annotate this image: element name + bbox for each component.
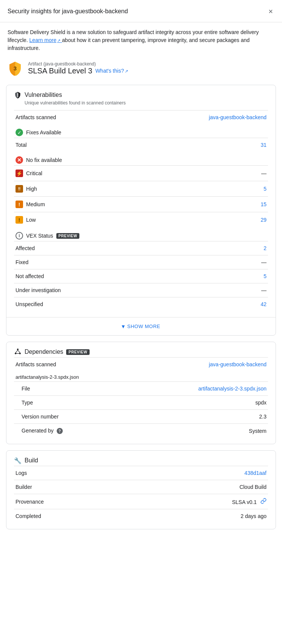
fixes-available-title: Fixes Available: [26, 129, 61, 135]
external-link-icon2: ↗: [125, 69, 128, 73]
generated-by-row: Generated by ? System: [14, 424, 268, 438]
dependencies-preview-badge: PREVIEW: [66, 349, 90, 355]
header: Security insights for java-guestbook-bac…: [0, 0, 282, 22]
affected-label: Affected: [14, 241, 166, 255]
under-investigation-value: —: [166, 283, 268, 297]
header-title: Security insights for java-guestbook-bac…: [8, 8, 128, 15]
deps-artifacts-label: Artifacts scanned: [14, 358, 166, 372]
unspecified-label: Unspecified: [14, 297, 166, 311]
artifacts-scanned-link[interactable]: java-guestbook-backend: [209, 114, 267, 120]
high-cell: ‼ High: [14, 181, 133, 196]
type-value: spdx: [166, 396, 268, 410]
medium-icon: !: [15, 201, 23, 208]
under-investigation-row: Under investigation —: [14, 283, 268, 297]
critical-cell: ⚡ Critical: [14, 166, 133, 181]
vulnerabilities-title: Vulnerabilities: [25, 92, 62, 98]
affected-value-link[interactable]: 2: [263, 245, 267, 251]
fixes-check-icon: ✓: [15, 129, 23, 136]
provenance-row: Provenance SLSA v0.1: [14, 494, 268, 509]
file-row: File artifactanalysis-2-3.spdx.json: [14, 382, 268, 396]
vex-status-table: Affected 2 Fixed — Not affected 5 Under …: [14, 241, 268, 311]
chain-link-icon[interactable]: [260, 498, 267, 504]
medium-cell: ! Medium: [14, 197, 133, 212]
high-icon: ‼: [15, 185, 23, 193]
low-icon: !: [15, 216, 23, 224]
generated-by-help-icon[interactable]: ?: [57, 428, 63, 434]
artifact-label: Artifact (java-guestbook-backend): [28, 61, 128, 67]
vulnerability-shield-icon: [14, 91, 22, 99]
svg-point-4: [15, 353, 16, 354]
build-section: 🔧 Build Logs 438d1aaf Builder Cloud Buil…: [6, 451, 276, 529]
vex-status-title: VEX Status: [26, 233, 53, 239]
fixed-value: —: [166, 255, 268, 269]
not-affected-value-link[interactable]: 5: [263, 273, 267, 279]
completed-value: 2 days ago: [166, 509, 268, 523]
learn-more-link[interactable]: Learn more↗: [29, 37, 62, 43]
critical-icon: ⚡: [15, 170, 23, 177]
unspecified-value-link[interactable]: 42: [260, 301, 267, 307]
dependencies-title: Dependencies: [25, 348, 63, 355]
show-more-button[interactable]: ▾ SHOW MORE: [6, 317, 276, 335]
generated-by-cell: Generated by ?: [14, 424, 166, 438]
provenance-value-cell: SLSA v0.1: [166, 494, 268, 509]
build-wrench-icon: 🔧: [14, 457, 22, 464]
deps-artifacts-link[interactable]: java-guestbook-backend: [209, 361, 267, 367]
build-title: Build: [25, 457, 38, 464]
no-fix-title: No fix available: [26, 157, 62, 163]
slsa-section: 3 Artifact (java-guestbook-backend) SLSA…: [0, 57, 282, 82]
artifact-group-label: artifactanalysis-2-3.spdx.json: [14, 371, 268, 381]
svg-text:3: 3: [14, 65, 17, 72]
generated-by-value: System: [166, 424, 268, 438]
vex-status-header: i VEX Status PREVIEW: [14, 227, 268, 241]
high-row: ‼ High 5: [14, 181, 268, 197]
deps-artifacts-table: Artifacts scanned java-guestbook-backend: [14, 357, 268, 371]
dependencies-card: Dependencies PREVIEW Artifacts scanned j…: [6, 342, 276, 444]
slsa-badge-icon: 3: [8, 61, 23, 76]
svg-point-5: [19, 353, 21, 354]
total-row: Total 31: [14, 138, 268, 152]
fixed-label: Fixed: [14, 255, 166, 269]
high-value-link[interactable]: 5: [263, 186, 267, 192]
svg-point-2: [17, 96, 19, 97]
under-investigation-label: Under investigation: [14, 283, 166, 297]
low-cell: ! Low: [14, 212, 133, 227]
vulnerabilities-card: Vulnerabilities Unique vulnerabilities f…: [6, 85, 276, 336]
artifacts-scanned-row: Artifacts scanned java-guestbook-backend: [14, 110, 268, 124]
not-affected-row: Not affected 5: [14, 269, 268, 283]
fixes-available-table: Total 31: [14, 138, 268, 152]
dependencies-icon: [14, 348, 22, 356]
medium-row: ! Medium 15: [14, 197, 268, 212]
svg-point-3: [17, 348, 19, 350]
vulnerabilities-section: Vulnerabilities Unique vulnerabilities f…: [6, 85, 276, 317]
type-label: Type: [14, 396, 166, 410]
artifacts-scanned-label: Artifacts scanned: [14, 110, 166, 124]
critical-row: ⚡ Critical —: [14, 166, 268, 181]
logs-value-link[interactable]: 438d1aaf: [245, 470, 267, 476]
type-row: Type spdx: [14, 396, 268, 410]
vulnerabilities-subtitle: Unique vulnerabilities found in scanned …: [14, 100, 268, 106]
build-table: Logs 438d1aaf Builder Cloud Build Proven…: [14, 466, 268, 523]
slsa-text-block: Artifact (java-guestbook-backend) SLSA B…: [28, 61, 128, 75]
no-fix-header: ✕ No fix available: [14, 152, 268, 165]
total-label: Total: [14, 138, 166, 152]
affected-row: Affected 2: [14, 241, 268, 255]
no-fix-table: ⚡ Critical — ‼ High 5 ! Medium 15: [14, 165, 268, 227]
not-affected-label: Not affected: [14, 269, 166, 283]
vex-preview-badge: PREVIEW: [56, 233, 80, 239]
logs-row: Logs 438d1aaf: [14, 466, 268, 480]
intro-section: Software Delivery Shield is a new soluti…: [0, 22, 282, 57]
provenance-label: Provenance: [14, 494, 166, 509]
builder-label: Builder: [14, 480, 166, 494]
close-button[interactable]: ×: [267, 6, 274, 17]
vex-info-icon: i: [15, 232, 23, 240]
total-value-link[interactable]: 31: [260, 142, 267, 148]
file-value-link[interactable]: artifactanalysis-2-3.spdx.json: [198, 386, 267, 392]
no-fix-icon: ✕: [15, 156, 23, 164]
artifacts-scanned-table: Artifacts scanned java-guestbook-backend: [14, 110, 268, 124]
whats-this-link[interactable]: What's this?↗: [95, 68, 128, 74]
logs-label: Logs: [14, 466, 166, 480]
low-value-link[interactable]: 29: [260, 217, 267, 223]
build-header: 🔧 Build: [14, 457, 268, 464]
critical-value: —: [213, 166, 268, 181]
medium-value-link[interactable]: 15: [260, 201, 267, 207]
